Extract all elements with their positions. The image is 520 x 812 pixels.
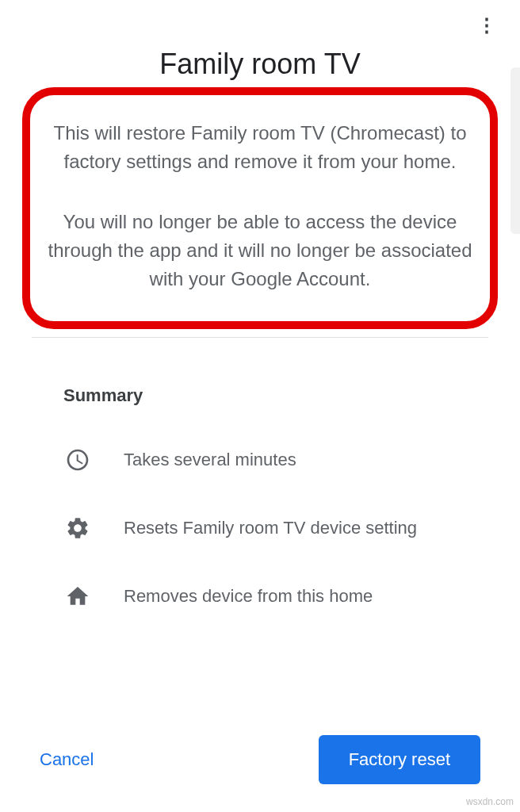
button-bar: Cancel Factory reset xyxy=(0,735,520,784)
factory-reset-button[interactable]: Factory reset xyxy=(319,735,480,784)
home-icon xyxy=(63,582,92,611)
summary-item-remove: Removes device from this home xyxy=(63,582,457,611)
description-text-1: This will restore Family room TV (Chrome… xyxy=(46,119,474,176)
more-menu-icon[interactable]: ⋮ xyxy=(477,16,496,35)
description-text-2: You will no longer be able to access the… xyxy=(46,208,474,293)
summary-section: Summary Takes several minutes Resets Fam… xyxy=(0,385,520,611)
scroll-indicator[interactable] xyxy=(510,67,520,234)
gear-icon xyxy=(63,514,92,542)
summary-text: Takes several minutes xyxy=(124,450,296,470)
summary-item-reset: Resets Family room TV device setting xyxy=(63,514,457,542)
summary-text: Resets Family room TV device setting xyxy=(124,518,417,538)
page-title: Family room TV xyxy=(0,48,520,81)
summary-text: Removes device from this home xyxy=(124,586,373,607)
clock-icon xyxy=(63,446,92,474)
description-highlight-box: This will restore Family room TV (Chrome… xyxy=(22,87,498,329)
summary-heading: Summary xyxy=(63,385,457,406)
cancel-button[interactable]: Cancel xyxy=(40,749,94,770)
watermark: wsxdn.com xyxy=(466,796,514,807)
header: ⋮ Family room TV xyxy=(0,0,520,81)
summary-item-time: Takes several minutes xyxy=(63,446,457,474)
divider xyxy=(32,337,488,338)
